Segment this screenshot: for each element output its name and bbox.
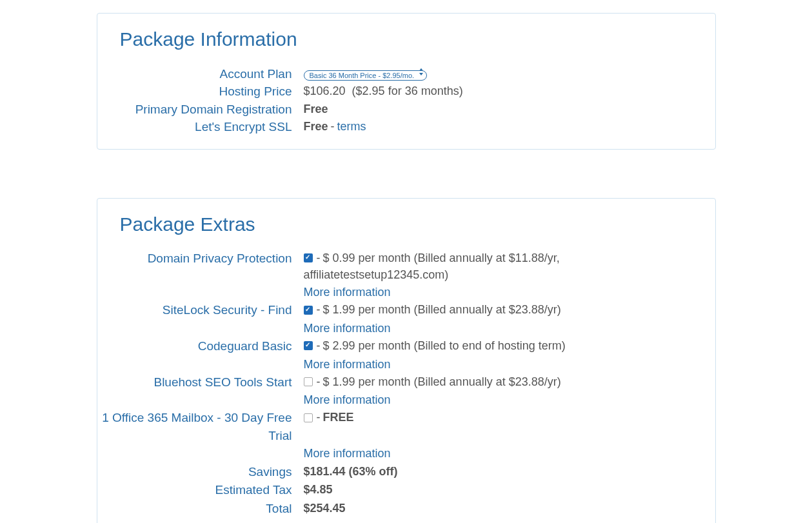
total-row: Total $254.45 [97, 500, 715, 518]
savings-value: $181.44 (63% off) [304, 465, 398, 478]
extra-codeguard-row: Codeguard Basic -$ 2.99 per month (Bille… [97, 337, 715, 355]
extra-privacy-row: Domain Privacy Protection -$ 0.99 per mo… [97, 250, 715, 283]
total-value: $254.45 [304, 502, 346, 515]
tax-row: Estimated Tax $4.85 [97, 481, 715, 499]
office365-checkbox[interactable] [304, 413, 313, 422]
sitelock-detail: $ 1.99 per month (Billed annually at $23… [323, 303, 561, 316]
account-plan-select-wrap: Basic 36 Month Price - $2.95/mo. [304, 66, 427, 83]
extra-privacy-label: Domain Privacy Protection [97, 250, 304, 268]
seo-more-info-link[interactable]: More information [304, 393, 391, 406]
hosting-price-label: Hosting Price [97, 83, 304, 101]
package-information-card: Package Information Account Plan Basic 3… [97, 13, 716, 150]
hosting-price-row: Hosting Price $106.20 ($2.95 for 36 mont… [97, 83, 715, 101]
savings-row: Savings $181.44 (63% off) [97, 463, 715, 481]
ssl-label: Let's Encrypt SSL [97, 118, 304, 136]
package-information-heading: Package Information [120, 25, 715, 54]
ssl-value: Free [304, 120, 328, 133]
privacy-checkbox[interactable] [304, 253, 313, 262]
package-extras-card: Package Extras Domain Privacy Protection… [97, 198, 716, 523]
office365-more-info-link[interactable]: More information [304, 447, 391, 460]
account-plan-label: Account Plan [97, 65, 304, 83]
privacy-detail: $ 0.99 per month (Billed annually at $11… [304, 252, 560, 281]
ssl-row: Let's Encrypt SSL Free-terms [97, 118, 715, 136]
sitelock-checkbox[interactable] [304, 306, 313, 315]
tax-label: Estimated Tax [97, 481, 304, 499]
seo-checkbox[interactable] [304, 377, 313, 386]
account-plan-select[interactable]: Basic 36 Month Price - $2.95/mo. [304, 70, 427, 81]
domain-registration-value: Free [304, 103, 328, 115]
domain-registration-row: Primary Domain Registration Free [97, 101, 715, 119]
domain-registration-label: Primary Domain Registration [97, 101, 304, 119]
package-extras-heading: Package Extras [120, 210, 715, 239]
sitelock-more-info-link[interactable]: More information [304, 322, 391, 335]
seo-detail: $ 1.99 per month (Billed annually at $23… [323, 375, 561, 388]
extra-sitelock-row: SiteLock Security - Find -$ 1.99 per mon… [97, 301, 715, 319]
tax-value: $4.85 [304, 483, 333, 496]
extra-office365-label: 1 Office 365 Mailbox - 30 Day Free Trial [97, 409, 304, 444]
account-plan-row: Account Plan Basic 36 Month Price - $2.9… [97, 65, 715, 83]
hosting-price-value: $106.20 ($2.95 for 36 months) [304, 83, 715, 99]
office365-detail: FREE [323, 411, 354, 424]
codeguard-detail: $ 2.99 per month (Billed to end of hosti… [323, 339, 566, 352]
extra-codeguard-label: Codeguard Basic [97, 337, 304, 355]
extra-sitelock-label: SiteLock Security - Find [97, 301, 304, 319]
privacy-more-info-link[interactable]: More information [304, 286, 391, 299]
extra-office365-row: 1 Office 365 Mailbox - 30 Day Free Trial… [97, 409, 715, 444]
ssl-terms-link[interactable]: terms [337, 120, 366, 133]
extra-seo-label: Bluehost SEO Tools Start [97, 373, 304, 391]
total-label: Total [97, 500, 304, 518]
codeguard-more-info-link[interactable]: More information [304, 358, 391, 371]
extra-seo-row: Bluehost SEO Tools Start -$ 1.99 per mon… [97, 373, 715, 391]
savings-label: Savings [97, 463, 304, 481]
codeguard-checkbox[interactable] [304, 341, 313, 350]
